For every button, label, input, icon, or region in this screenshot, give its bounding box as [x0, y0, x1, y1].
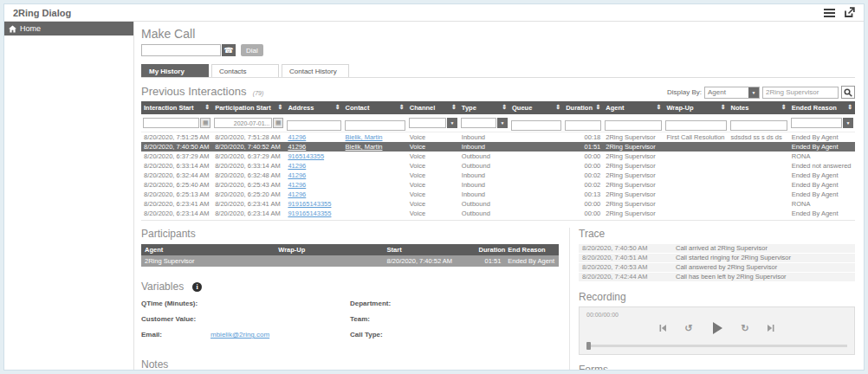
- col-participation-start[interactable]: Participation Start⇕: [212, 101, 285, 114]
- sort-icon: ⇕: [204, 104, 210, 111]
- table-row[interactable]: 8/20/2020, 7:40:50 AM8/20/2020, 7:40:52 …: [141, 142, 855, 152]
- address-link[interactable]: 41296: [288, 162, 306, 170]
- sort-icon: ⇕: [278, 104, 283, 111]
- calendar-icon[interactable]: ▦: [200, 118, 211, 128]
- calendar-icon[interactable]: ▦: [273, 118, 283, 128]
- address-link[interactable]: 919165143355: [288, 219, 331, 222]
- participant-row[interactable]: 2Ring Supervisor 8/20/2020, 7:40:52 AM 0…: [141, 255, 559, 267]
- table-row[interactable]: 8/20/2020, 6:23:14 AM8/20/2020, 6:23:14 …: [141, 209, 855, 218]
- table-row[interactable]: 8/20/2020, 6:23:41 AM8/20/2020, 6:23:41 …: [141, 199, 855, 209]
- make-call-input[interactable]: [141, 44, 221, 56]
- address-link[interactable]: 919165143355: [288, 200, 331, 208]
- sort-icon: ⇕: [721, 104, 726, 111]
- filter-interaction-start[interactable]: [143, 118, 199, 128]
- filter-row: ▦ ▦ ▼ ▼ ▼: [141, 114, 855, 132]
- filter-channel[interactable]: [409, 118, 446, 128]
- table-row[interactable]: 8/20/2020, 6:25:40 AM8/20/2020, 6:25:43 …: [141, 180, 855, 190]
- filter-wrap-up[interactable]: [665, 120, 726, 131]
- interactions-tbody: 8/20/2020, 7:51:25 AM8/20/2020, 7:51:28 …: [141, 132, 855, 222]
- play-icon[interactable]: [710, 321, 724, 335]
- table-row[interactable]: 8/20/2020, 6:20:11 AM8/20/2020, 6:20:11 …: [141, 218, 855, 222]
- address-link[interactable]: 41296: [288, 181, 306, 189]
- col-wrap-up[interactable]: Wrap-Up⇕: [664, 101, 728, 114]
- sidebar: Home: [4, 22, 134, 370]
- display-by-select[interactable]: Agent ▼: [704, 87, 760, 99]
- trace-entry: 8/20/2020, 7:42:44 AMCall has been left …: [579, 273, 855, 282]
- interactions-count: (79): [253, 90, 263, 96]
- col-type[interactable]: Type⇕: [459, 101, 509, 114]
- field-label: Email:: [141, 331, 211, 339]
- filter-contact[interactable]: [345, 120, 405, 131]
- sort-icon: ⇕: [657, 104, 662, 111]
- chevron-down-icon[interactable]: ▼: [497, 118, 508, 128]
- contact-link[interactable]: Bielik, Martin: [346, 143, 383, 151]
- col-ended-reason[interactable]: Ended Reason⇕: [789, 101, 855, 114]
- address-link[interactable]: 41296: [288, 171, 306, 179]
- sidebar-item-home[interactable]: Home: [4, 22, 133, 35]
- table-row[interactable]: 8/20/2020, 6:37:29 AM8/20/2020, 6:37:29 …: [141, 152, 855, 161]
- table-row[interactable]: 8/20/2020, 6:32:44 AM8/20/2020, 6:32:48 …: [141, 171, 855, 180]
- audio-player: 00:00/00:00 ↺ ↻: [579, 306, 855, 355]
- notes-title: Notes: [141, 358, 559, 371]
- interactions-table: Interaction Start⇕ Participation Start⇕ …: [141, 101, 855, 221]
- forward-icon[interactable]: ↻: [742, 323, 749, 334]
- filter-ended-reason[interactable]: [791, 118, 842, 128]
- col-notes[interactable]: Notes⇕: [729, 101, 789, 114]
- address-link[interactable]: 919165143355: [288, 210, 331, 217]
- search-icon[interactable]: [841, 86, 855, 99]
- menu-icon[interactable]: [824, 9, 835, 17]
- col-duration[interactable]: Duration⇕: [563, 101, 603, 114]
- address-link[interactable]: 41296: [288, 190, 306, 198]
- col-queue[interactable]: Queue⇕: [509, 101, 563, 114]
- table-row[interactable]: 8/20/2020, 7:51:25 AM8/20/2020, 7:51:28 …: [141, 132, 855, 142]
- col-address[interactable]: Address⇕: [285, 101, 342, 114]
- trace-list: 8/20/2020, 7:40:50 AMCall arrived at 2Ri…: [579, 244, 855, 282]
- tab-contact-history[interactable]: Contact History: [282, 64, 349, 77]
- filter-duration[interactable]: [565, 120, 601, 131]
- participants-header-row: Agent Wrap-Up Start Duration End Reason: [141, 244, 559, 255]
- filter-queue[interactable]: [511, 120, 561, 131]
- address-link[interactable]: 41296: [288, 133, 306, 141]
- popout-icon[interactable]: [844, 7, 855, 18]
- filter-type[interactable]: [461, 118, 496, 128]
- email-link[interactable]: mbielik@2ring.com: [211, 331, 269, 339]
- tab-contacts[interactable]: Contacts: [211, 64, 279, 77]
- dial-button[interactable]: Dial: [241, 44, 263, 56]
- field-label: Customer Value:: [141, 315, 211, 323]
- sort-icon: ⇕: [555, 104, 560, 111]
- playback-time: 00:00/00:00: [586, 312, 619, 318]
- filter-notes[interactable]: [730, 120, 787, 131]
- field-label: Call Type:: [350, 331, 419, 339]
- chevron-down-icon[interactable]: ▼: [843, 118, 853, 128]
- app-title: 2Ring Dialog: [13, 8, 71, 18]
- info-icon[interactable]: i: [192, 282, 202, 292]
- trace-entry: 8/20/2020, 7:40:51 AMCall started ringin…: [579, 254, 855, 263]
- tab-my-history[interactable]: My History: [141, 64, 209, 77]
- filter-address[interactable]: [287, 120, 340, 131]
- trace-title: Trace: [579, 228, 855, 240]
- phone-icon[interactable]: ☎: [222, 44, 236, 56]
- address-link[interactable]: 9165143355: [288, 152, 324, 160]
- col-agent[interactable]: Agent⇕: [603, 101, 664, 114]
- col-contact[interactable]: Contact⇕: [343, 101, 407, 114]
- seek-bar[interactable]: [586, 345, 847, 347]
- filter-agent[interactable]: [605, 120, 662, 131]
- display-by-search-input[interactable]: [762, 87, 839, 99]
- col-channel[interactable]: Channel⇕: [407, 101, 459, 114]
- table-row[interactable]: 8/20/2020, 6:33:14 AM8/20/2020, 6:33:14 …: [141, 161, 855, 171]
- chevron-down-icon[interactable]: ▼: [447, 118, 457, 128]
- filter-participation-start[interactable]: [214, 118, 272, 128]
- sort-icon: ⇕: [847, 104, 852, 111]
- skip-back-icon[interactable]: [658, 324, 667, 332]
- contact-link[interactable]: Bielik, Martin: [346, 133, 383, 141]
- field-label: Department:: [350, 300, 419, 307]
- table-row[interactable]: 8/20/2020, 6:25:13 AM8/20/2020, 6:25:20 …: [141, 190, 855, 199]
- skip-forward-icon[interactable]: [767, 324, 775, 332]
- sort-icon: ⇕: [595, 104, 600, 111]
- variables-grid: QTime (Minutes): Customer Value: Email:m…: [141, 300, 559, 346]
- seek-handle[interactable]: [586, 342, 591, 350]
- sort-icon: ⇕: [781, 104, 787, 111]
- address-link[interactable]: 41296: [288, 143, 306, 151]
- col-interaction-start[interactable]: Interaction Start⇕: [141, 101, 212, 114]
- rewind-icon[interactable]: ↺: [684, 323, 692, 334]
